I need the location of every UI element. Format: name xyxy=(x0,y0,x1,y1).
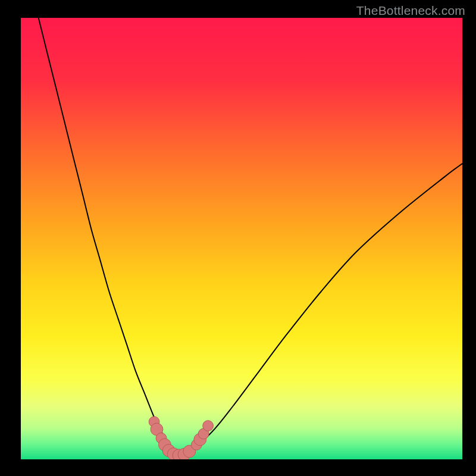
curve-marker xyxy=(203,421,214,431)
plot-area xyxy=(21,18,462,459)
chart-frame: TheBottleneck.com xyxy=(0,0,476,476)
bottleneck-curve xyxy=(21,18,462,459)
watermark-text: TheBottleneck.com xyxy=(356,4,465,18)
